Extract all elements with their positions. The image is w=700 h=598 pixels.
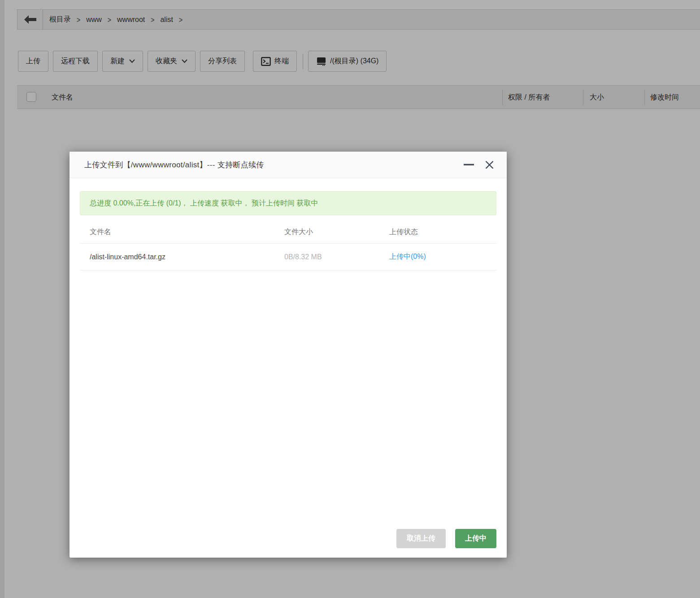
- minimize-button[interactable]: [464, 163, 474, 166]
- upload-table-header: 文件名 文件大小 上传状态: [80, 221, 496, 244]
- cancel-upload-button[interactable]: 取消上传: [396, 529, 446, 548]
- uploading-button[interactable]: 上传中: [455, 529, 496, 548]
- upload-dialog-title: 上传文件到【/www/wwwroot/alist】--- 支持断点续传: [84, 160, 264, 170]
- upload-file-status: 上传中(0%): [389, 252, 496, 262]
- upload-progress-alert: 总进度 0.00%,正在上传 (0/1)， 上传速度 获取中， 预计上传时间 获…: [80, 191, 496, 215]
- upload-dialog: 上传文件到【/www/wwwroot/alist】--- 支持断点续传 总进度 …: [70, 152, 507, 558]
- upload-file-name: /alist-linux-amd64.tar.gz: [80, 253, 284, 261]
- upload-dialog-footer: 取消上传 上传中: [396, 529, 496, 548]
- file-manager-screen: 根目录 > www > wwwroot > alist > 上传 远程下载 新建: [0, 0, 700, 598]
- upload-table-row: /alist-linux-amd64.tar.gz 0B/8.32 MB 上传中…: [80, 244, 496, 271]
- upload-dialog-header: 上传文件到【/www/wwwroot/alist】--- 支持断点续传: [70, 152, 507, 178]
- upload-progress-text: 总进度 0.00%,正在上传 (0/1)， 上传速度 获取中， 预计上传时间 获…: [90, 199, 318, 208]
- upload-file-table: 文件名 文件大小 上传状态 /alist-linux-amd64.tar.gz …: [80, 221, 496, 271]
- upload-column-status: 上传状态: [389, 227, 496, 237]
- upload-column-filesize: 文件大小: [284, 227, 389, 237]
- upload-column-filename: 文件名: [80, 227, 284, 237]
- upload-dialog-body: 总进度 0.00%,正在上传 (0/1)， 上传速度 获取中， 预计上传时间 获…: [70, 178, 507, 271]
- upload-file-size: 0B/8.32 MB: [284, 253, 389, 261]
- upload-status-link[interactable]: 上传中(0%): [389, 253, 426, 260]
- close-button[interactable]: [485, 160, 494, 170]
